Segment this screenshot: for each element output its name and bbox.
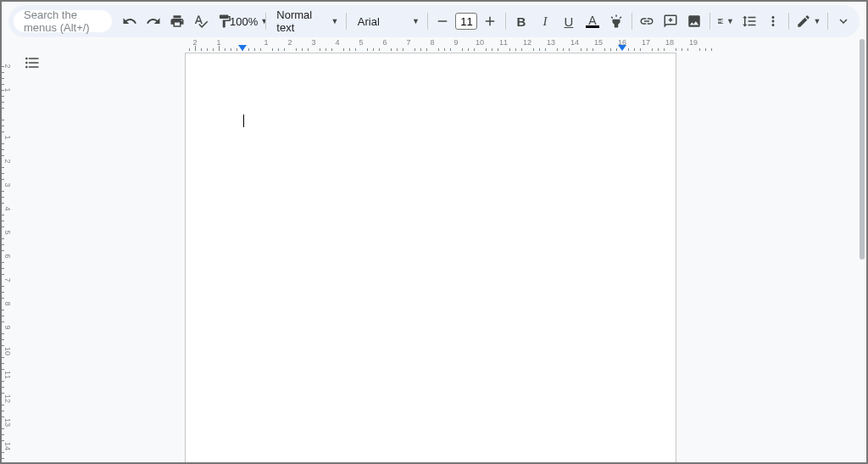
text-color-button[interactable]: A: [581, 10, 604, 32]
outline-sidebar: [22, 53, 47, 73]
search-input[interactable]: Search the menus (Alt+/): [14, 10, 112, 32]
plus-icon: [482, 14, 498, 29]
text-color-a: A: [588, 14, 596, 26]
separator: [505, 13, 506, 30]
separator: [709, 13, 710, 30]
separator: [827, 13, 828, 30]
style-value: Normal text: [276, 8, 328, 34]
font-size-group: [431, 10, 501, 32]
separator: [427, 13, 428, 30]
image-icon: [687, 14, 702, 29]
insert-image-button[interactable]: [683, 10, 705, 32]
separator: [265, 13, 266, 30]
underline-button[interactable]: U: [558, 10, 580, 32]
print-button[interactable]: [166, 10, 188, 32]
print-icon: [170, 14, 185, 29]
italic-button[interactable]: I: [534, 10, 556, 32]
highlight-color-button[interactable]: [605, 10, 627, 32]
search-placeholder-text: Search the menus (Alt+/): [24, 8, 102, 34]
undo-icon: [122, 14, 137, 29]
align-left-icon: [717, 14, 724, 29]
spellcheck-icon: [193, 14, 209, 29]
vertical-ruler[interactable]: 12345678910111213141512: [2, 53, 14, 462]
bold-button[interactable]: B: [510, 10, 532, 32]
font-value: Arial: [358, 15, 380, 28]
insert-link-button[interactable]: [636, 10, 658, 32]
dropdown-icon: ▼: [412, 17, 420, 25]
editing-mode-group: ▼: [793, 10, 824, 32]
redo-button[interactable]: [142, 10, 164, 32]
separator: [632, 13, 632, 30]
increase-font-size-button[interactable]: [479, 10, 501, 32]
vertical-scrollbar[interactable]: [860, 39, 865, 260]
dropdown-icon: ▼: [726, 17, 734, 25]
outline-icon: [24, 54, 41, 71]
right-indent-marker[interactable]: [618, 45, 626, 51]
link-icon: [639, 14, 654, 29]
chevron-down-icon: [836, 14, 851, 29]
text-cursor: [243, 115, 244, 127]
pencil-icon: [796, 14, 811, 29]
dropdown-icon: ▼: [331, 17, 338, 25]
undo-button[interactable]: [119, 10, 141, 32]
zoom-select[interactable]: 100% ▼: [237, 10, 261, 32]
add-comment-button[interactable]: [659, 10, 682, 32]
editing-mode-button[interactable]: ▼: [793, 10, 824, 32]
font-size-input[interactable]: [455, 13, 477, 30]
main-toolbar: Search the menus (Alt+/) 100% ▼ Normal t…: [8, 5, 860, 37]
line-spacing-icon: [742, 14, 757, 29]
highlight-icon: [609, 14, 624, 29]
align-button[interactable]: ▼: [715, 10, 737, 32]
font-select[interactable]: Arial ▼: [351, 10, 423, 32]
dropdown-icon: ▼: [814, 17, 821, 25]
line-spacing-button[interactable]: [738, 10, 760, 32]
document-page[interactable]: [185, 53, 676, 462]
comment-icon: [663, 14, 678, 29]
decrease-font-size-button[interactable]: [431, 10, 453, 32]
separator: [788, 13, 789, 30]
spellcheck-button[interactable]: [190, 10, 212, 32]
minus-icon: [435, 14, 450, 29]
more-options-button[interactable]: [762, 10, 784, 32]
left-indent-marker[interactable]: [238, 45, 247, 51]
collapse-toolbar-button[interactable]: [832, 10, 854, 32]
paragraph-style-select[interactable]: Normal text ▼: [270, 10, 342, 32]
separator: [346, 13, 347, 30]
redo-icon: [146, 14, 161, 29]
horizontal-ruler[interactable]: 1212345678910111213141516171819: [185, 39, 858, 51]
text-color-swatch: [586, 25, 599, 28]
show-outline-button[interactable]: [22, 53, 42, 73]
zoom-value: 100%: [230, 15, 258, 28]
more-vert-icon: [765, 14, 781, 29]
